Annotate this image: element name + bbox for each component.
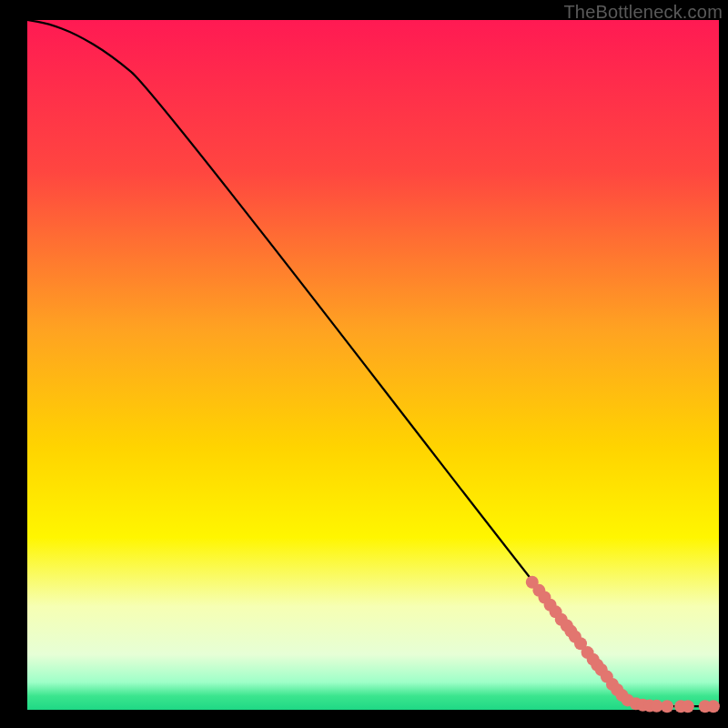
scatter-point: [707, 700, 720, 713]
plot-background: [27, 20, 719, 710]
chart-svg: [0, 0, 728, 728]
scatter-point: [682, 700, 694, 713]
chart-frame: TheBottleneck.com: [0, 0, 728, 728]
scatter-point: [661, 700, 673, 713]
watermark-text: TheBottleneck.com: [563, 2, 723, 23]
